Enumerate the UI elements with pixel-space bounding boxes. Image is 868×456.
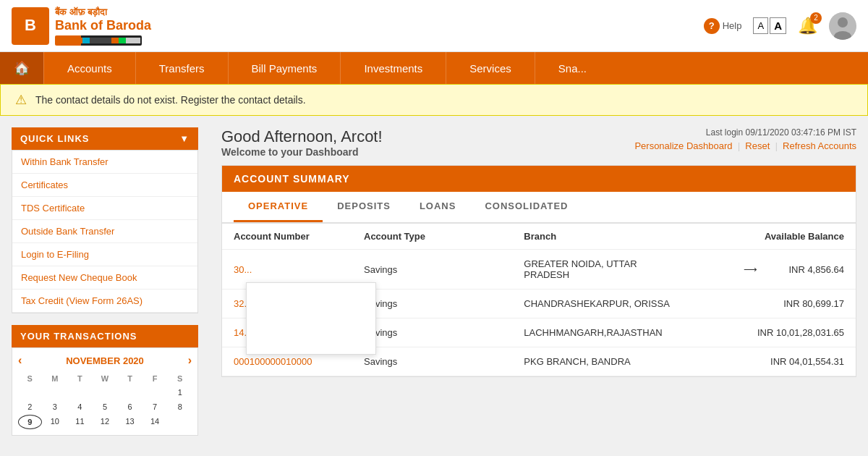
balance-3: INR 10,01,28,031.65 (684, 327, 844, 338)
quick-links-header: QUICK LINKS ▼ (12, 127, 198, 150)
nav-sna[interactable]: Sna... (535, 52, 610, 84)
col-header-branch: Branch (524, 231, 684, 242)
cal-header-f: F (143, 373, 167, 384)
transactions-section: YOUR TRANSACTIONS ‹ NOVEMBER 2020 › S M … (12, 325, 198, 436)
quick-link-within-bank[interactable]: Within Bank Transfer (12, 151, 197, 173)
cal-day-7[interactable]: 7 (143, 400, 167, 413)
tab-deposits-label: DEPOSITS (337, 200, 391, 211)
branch-2: CHANDRASHEKARPUR, ORISSA (524, 298, 684, 309)
calendar-month: NOVEMBER 2020 (66, 355, 144, 366)
notification-bell[interactable]: 🔔 2 (798, 17, 817, 35)
help-button[interactable]: ? Help (704, 18, 742, 34)
account-number-4[interactable]: 000100000010000 (234, 356, 364, 367)
cal-day-11[interactable]: 11 (68, 415, 92, 429)
refresh-accounts-link[interactable]: Refresh Accounts (783, 140, 856, 151)
quick-link-tds[interactable]: TDS Certificate (12, 197, 197, 219)
tab-consolidated-label: CONSOLIDATED (485, 200, 568, 211)
quick-link-outside-bank[interactable]: Outside Bank Transfer (12, 220, 197, 242)
tab-loans-label: LOANS (420, 200, 456, 211)
account-type-2: Savings (364, 298, 524, 309)
cal-day-8[interactable]: 8 (168, 400, 192, 413)
cal-day (93, 386, 117, 399)
nav-home-button[interactable]: 🏠 (0, 52, 43, 84)
branch-1: GREATER NOIDA, UTTAR PRADESH (524, 258, 684, 280)
transactions-title: YOUR TRANSACTIONS (20, 331, 137, 342)
calendar-prev-button[interactable]: ‹ (18, 354, 22, 367)
greeting-text: Good Afternoon, Arcot! (221, 127, 383, 146)
personalize-link[interactable]: Personalize Dashboard (634, 140, 732, 151)
welcome-label: Welcome to your (221, 146, 305, 158)
quick-link-cheque-book[interactable]: Request New Cheque Book (12, 266, 197, 289)
tab-deposits[interactable]: DEPOSITS (323, 192, 405, 222)
cal-day-14[interactable]: 14 (143, 415, 167, 429)
logo-tagline (55, 35, 142, 46)
user-avatar[interactable] (829, 12, 856, 40)
sep2: | (775, 141, 780, 151)
dashboard-links: Personalize Dashboard | Reset | Refresh … (634, 140, 856, 151)
cal-day (118, 386, 142, 399)
font-small-button[interactable]: A (753, 17, 768, 34)
main-content: QUICK LINKS ▼ Within Bank Transfer Certi… (0, 116, 868, 447)
svg-text:B: B (25, 16, 36, 34)
nav-services[interactable]: Services (446, 52, 535, 84)
cal-day-4[interactable]: 4 (68, 400, 92, 413)
greeting-row: Good Afternoon, Arcot! Welcome to your D… (221, 127, 856, 158)
quick-link-efiling[interactable]: Login to E-Filing (12, 243, 197, 266)
cal-day (168, 415, 192, 429)
quick-link-tax-credit[interactable]: Tax Credit (View Form 26AS) (12, 290, 197, 312)
nav-transfers-label: Transfers (159, 62, 205, 75)
col-header-account-number: Account Number (234, 231, 364, 242)
nav-accounts[interactable]: Accounts (43, 52, 135, 84)
calendar-grid: S M T W T F S 1 2 3 (18, 373, 192, 429)
cal-day-5[interactable]: 5 (93, 400, 117, 413)
font-large-button[interactable]: A (770, 17, 786, 34)
cal-day-13[interactable]: 13 (118, 415, 142, 429)
cal-day-6[interactable]: 6 (118, 400, 142, 413)
quick-link-certificates[interactable]: Certificates (12, 174, 197, 196)
welcome-text: Welcome to your Dashboard (221, 146, 383, 158)
branch-4: PKG BRANCH, BANDRA (524, 356, 684, 367)
help-label: Help (723, 20, 742, 31)
list-item: Outside Bank Transfer (12, 220, 197, 243)
greeting-right: Last login 09/11/2020 03:47:16 PM IST Pe… (634, 127, 856, 151)
list-item: TDS Certificate (12, 197, 197, 220)
nav-investments[interactable]: Investments (340, 52, 446, 84)
branch-3: LACHHMANGARH,RAJASTHAN (524, 327, 684, 338)
tab-loans[interactable]: LOANS (405, 192, 471, 222)
sidebar: QUICK LINKS ▼ Within Bank Transfer Certi… (0, 116, 210, 447)
help-circle-icon: ? (704, 18, 720, 34)
home-icon: 🏠 (14, 60, 30, 76)
list-item: Within Bank Transfer (12, 151, 197, 174)
account-number-1[interactable]: 30... (234, 264, 364, 275)
cal-header-s2: S (168, 373, 192, 384)
reset-link[interactable]: Reset (745, 140, 770, 151)
tab-operative-label: OPERATIVE (248, 200, 308, 211)
cal-day-2[interactable]: 2 (18, 400, 42, 413)
balance-4: INR 04,01,554.31 (684, 356, 844, 367)
cal-day-10[interactable]: 10 (43, 415, 67, 429)
dashboard: Good Afternoon, Arcot! Welcome to your D… (210, 116, 868, 447)
cal-day-9[interactable]: 9 (18, 415, 42, 429)
tab-operative[interactable]: OPERATIVE (234, 192, 323, 222)
cal-header-m: M (43, 373, 67, 384)
nav-transfers[interactable]: Transfers (135, 52, 228, 84)
cal-day-12[interactable]: 12 (93, 415, 117, 429)
tabs-row: OPERATIVE DEPOSITS LOANS CONSOLIDATED (222, 192, 856, 224)
cal-day-3[interactable]: 3 (43, 400, 67, 413)
logo-area: B बैंक ऑफ़ बड़ौदा Bank of Baroda (12, 7, 151, 46)
calendar-area: ‹ NOVEMBER 2020 › S M T W T F S (12, 347, 198, 436)
cal-header-t2: T (118, 373, 142, 384)
tab-consolidated[interactable]: CONSOLIDATED (470, 192, 582, 222)
nav-bill-payments[interactable]: Bill Payments (228, 52, 341, 84)
cal-day (143, 386, 167, 399)
nav-services-label: Services (469, 62, 511, 75)
calendar-next-button[interactable]: › (188, 354, 192, 367)
list-item: Certificates (12, 174, 197, 197)
cal-header-s1: S (18, 373, 42, 384)
balance-1: ⟶ INR 4,856.64 (684, 264, 844, 275)
cal-day-1[interactable]: 1 (168, 386, 192, 399)
alert-message: The contact details do not exist. Regist… (35, 94, 306, 106)
transactions-header: YOUR TRANSACTIONS (12, 325, 198, 347)
list-item: Request New Cheque Book (12, 266, 197, 290)
logo-english: Bank of Baroda (55, 18, 151, 33)
